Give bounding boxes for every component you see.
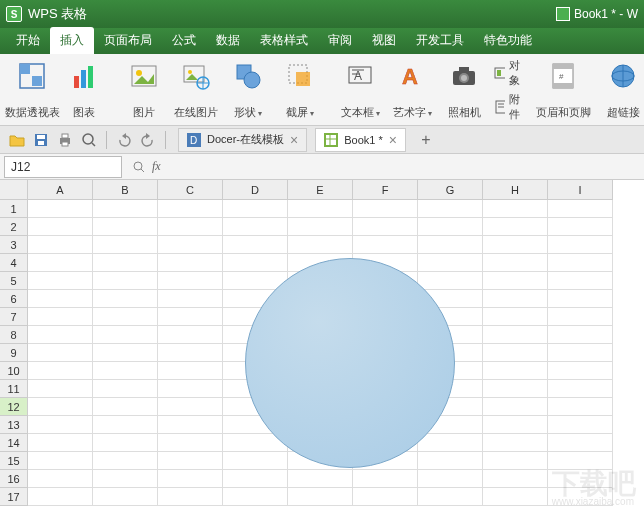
cell[interactable] — [483, 452, 548, 470]
ribbon-screenshot[interactable]: 截屏▾ — [274, 58, 326, 122]
cell[interactable] — [548, 452, 613, 470]
cell[interactable] — [93, 488, 158, 506]
cell[interactable] — [28, 236, 93, 254]
row-header[interactable]: 14 — [0, 434, 28, 452]
name-box[interactable]: J12 — [4, 156, 122, 178]
cell[interactable] — [158, 200, 223, 218]
qat-preview[interactable] — [78, 129, 100, 151]
cell[interactable] — [158, 470, 223, 488]
cell[interactable] — [158, 236, 223, 254]
cell[interactable] — [223, 236, 288, 254]
doc-tab-book1[interactable]: Book1 * × — [315, 128, 406, 152]
qat-open[interactable] — [6, 129, 28, 151]
cell[interactable] — [548, 398, 613, 416]
cell[interactable] — [93, 452, 158, 470]
cell[interactable] — [158, 218, 223, 236]
cell[interactable] — [93, 362, 158, 380]
cell[interactable] — [483, 218, 548, 236]
cell[interactable] — [548, 290, 613, 308]
cell[interactable] — [28, 362, 93, 380]
cell[interactable] — [158, 254, 223, 272]
menu-review[interactable]: 审阅 — [318, 27, 362, 54]
cell[interactable] — [93, 470, 158, 488]
col-header[interactable]: A — [28, 180, 93, 200]
col-header[interactable]: D — [223, 180, 288, 200]
cell[interactable] — [483, 434, 548, 452]
cell[interactable] — [483, 290, 548, 308]
cell[interactable] — [548, 200, 613, 218]
col-header[interactable]: E — [288, 180, 353, 200]
cell[interactable] — [28, 380, 93, 398]
cell[interactable] — [223, 488, 288, 506]
cell[interactable] — [28, 200, 93, 218]
cell[interactable] — [158, 344, 223, 362]
cell[interactable] — [28, 416, 93, 434]
ribbon-online-picture[interactable]: 在线图片 — [170, 58, 222, 122]
row-header[interactable]: 3 — [0, 236, 28, 254]
row-header[interactable]: 1 — [0, 200, 28, 218]
row-header[interactable]: 5 — [0, 272, 28, 290]
cell[interactable] — [93, 308, 158, 326]
cell[interactable] — [158, 326, 223, 344]
doc-tab-docer[interactable]: D Docer-在线模板 × — [178, 128, 307, 152]
cell[interactable] — [28, 308, 93, 326]
row-header[interactable]: 8 — [0, 326, 28, 344]
cell[interactable] — [483, 344, 548, 362]
cell[interactable] — [93, 236, 158, 254]
row-header[interactable]: 15 — [0, 452, 28, 470]
ribbon-chart[interactable]: 图表 — [58, 58, 110, 122]
cell[interactable] — [93, 380, 158, 398]
cell[interactable] — [548, 254, 613, 272]
cell[interactable] — [418, 452, 483, 470]
cell[interactable] — [548, 308, 613, 326]
cell[interactable] — [288, 470, 353, 488]
cell[interactable] — [158, 272, 223, 290]
cell[interactable] — [483, 254, 548, 272]
cell[interactable] — [353, 218, 418, 236]
cell[interactable] — [353, 488, 418, 506]
cell[interactable] — [548, 488, 613, 506]
cell[interactable] — [288, 236, 353, 254]
cell[interactable] — [93, 398, 158, 416]
cell[interactable] — [483, 488, 548, 506]
menu-start[interactable]: 开始 — [6, 27, 50, 54]
qat-undo[interactable] — [113, 129, 135, 151]
col-header[interactable]: F — [353, 180, 418, 200]
cell[interactable] — [223, 200, 288, 218]
row-header[interactable]: 7 — [0, 308, 28, 326]
cell[interactable] — [418, 488, 483, 506]
cell[interactable] — [483, 326, 548, 344]
cell[interactable] — [28, 470, 93, 488]
cell[interactable] — [418, 218, 483, 236]
cell[interactable] — [548, 362, 613, 380]
cell[interactable] — [353, 236, 418, 254]
cell[interactable] — [28, 326, 93, 344]
cell[interactable] — [418, 200, 483, 218]
col-header[interactable]: I — [548, 180, 613, 200]
cell[interactable] — [28, 272, 93, 290]
cell[interactable] — [418, 236, 483, 254]
ribbon-hyperlink[interactable]: 超链接 — [597, 58, 644, 122]
cell[interactable] — [418, 470, 483, 488]
cell[interactable] — [93, 272, 158, 290]
row-header[interactable]: 9 — [0, 344, 28, 362]
cell[interactable] — [223, 254, 288, 272]
cell[interactable] — [158, 380, 223, 398]
oval-shape[interactable] — [245, 258, 455, 468]
cell[interactable] — [158, 416, 223, 434]
ribbon-camera[interactable]: 照相机 — [438, 58, 490, 122]
cell[interactable] — [28, 254, 93, 272]
cell[interactable] — [28, 488, 93, 506]
cell[interactable] — [93, 218, 158, 236]
cell[interactable] — [353, 470, 418, 488]
row-header[interactable]: 17 — [0, 488, 28, 506]
row-header[interactable]: 6 — [0, 290, 28, 308]
qat-redo[interactable] — [137, 129, 159, 151]
cell[interactable] — [158, 488, 223, 506]
cell[interactable] — [288, 200, 353, 218]
cell[interactable] — [93, 254, 158, 272]
menu-page-layout[interactable]: 页面布局 — [94, 27, 162, 54]
cell[interactable] — [483, 272, 548, 290]
menu-insert[interactable]: 插入 — [50, 27, 94, 54]
cell[interactable] — [353, 200, 418, 218]
